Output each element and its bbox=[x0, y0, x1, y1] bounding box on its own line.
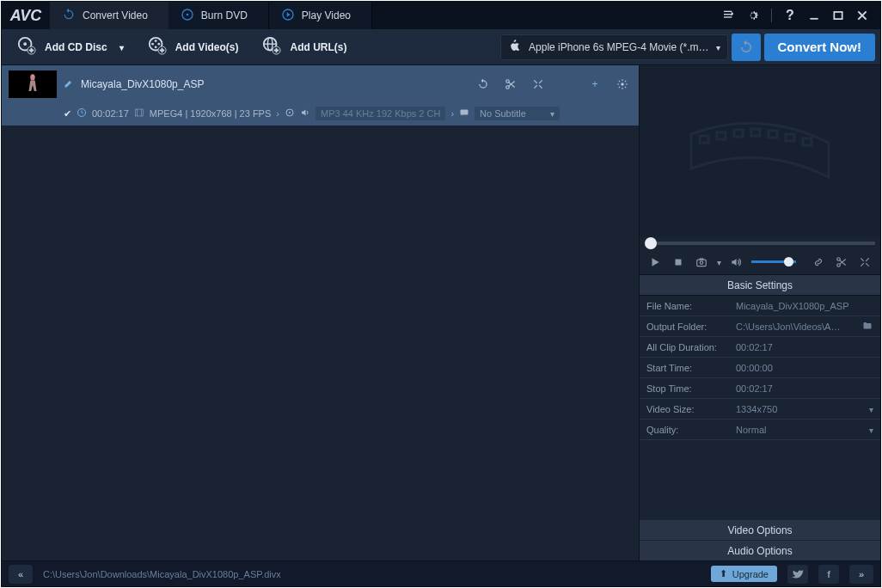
svg-rect-28 bbox=[461, 110, 469, 115]
file-name: Micayala_DivX1080p_ASP bbox=[81, 78, 467, 90]
twitter-button[interactable] bbox=[787, 565, 808, 584]
tools-icon[interactable] bbox=[529, 75, 548, 94]
folder-icon[interactable] bbox=[861, 321, 873, 333]
subtitle-select[interactable]: No Subtitle bbox=[475, 107, 560, 120]
svg-point-12 bbox=[154, 40, 156, 42]
refresh-icon[interactable] bbox=[474, 75, 493, 94]
maximize-icon[interactable] bbox=[829, 6, 848, 25]
prop-value[interactable]: Micayala_DivX1080p_ASP bbox=[736, 301, 880, 311]
check-icon[interactable]: ✔ bbox=[64, 108, 71, 119]
file-audio-info[interactable]: MP3 44 KHz 192 Kbps 2 CH bbox=[315, 107, 445, 120]
subtitle-icon bbox=[459, 107, 469, 119]
quality-select[interactable]: Normal bbox=[736, 425, 880, 435]
options-icon[interactable] bbox=[720, 6, 738, 25]
convert-now-button[interactable]: Convert Now! bbox=[764, 34, 876, 61]
svg-rect-36 bbox=[675, 259, 681, 265]
prop-video-size: Video Size: 1334x750 bbox=[640, 399, 880, 420]
thumbnail bbox=[9, 70, 57, 98]
app-logo: AVC bbox=[2, 2, 50, 29]
svg-rect-25 bbox=[135, 109, 143, 116]
tab-convert-video[interactable]: Convert Video bbox=[50, 2, 168, 29]
facebook-button[interactable]: f bbox=[818, 565, 839, 584]
file-list-panel: Micayala_DivX1080p_ASP + ✔ 00:02:17 bbox=[2, 65, 640, 560]
chevron-down-icon[interactable] bbox=[717, 256, 721, 268]
chevron-right-icon[interactable]: › bbox=[276, 108, 279, 119]
link-icon[interactable] bbox=[810, 253, 826, 272]
apple-icon bbox=[508, 39, 522, 55]
svg-point-23 bbox=[621, 83, 624, 86]
toolbar: Add CD Disc Add Video(s) Add URL(s) Appl… bbox=[2, 29, 880, 65]
stop-icon[interactable] bbox=[670, 253, 686, 272]
film-icon bbox=[134, 107, 144, 119]
svg-rect-6 bbox=[810, 18, 818, 20]
disc-icon bbox=[285, 107, 295, 119]
seek-bar[interactable] bbox=[640, 237, 880, 249]
svg-rect-37 bbox=[697, 260, 707, 266]
refresh-button[interactable] bbox=[732, 34, 761, 61]
tab-burn-dvd[interactable]: Burn DVD bbox=[168, 2, 269, 29]
pencil-icon[interactable] bbox=[64, 78, 74, 91]
tools-icon[interactable] bbox=[857, 253, 873, 272]
subtitle-value: No Subtitle bbox=[480, 108, 526, 119]
volume-icon[interactable] bbox=[728, 253, 744, 272]
gear-icon[interactable] bbox=[613, 75, 632, 94]
help-icon[interactable]: ? bbox=[781, 6, 799, 25]
globe-add-icon bbox=[262, 36, 281, 58]
plus-icon[interactable]: + bbox=[585, 75, 604, 94]
prop-filename: File Name: Micayala_DivX1080p_ASP bbox=[640, 296, 880, 316]
add-cd-disc-button[interactable]: Add CD Disc bbox=[7, 34, 134, 60]
tab-label: Play Video bbox=[302, 9, 351, 21]
prop-value[interactable]: 00:02:17 bbox=[736, 383, 880, 394]
video-options-button[interactable]: Video Options bbox=[640, 519, 880, 540]
scissors-icon[interactable] bbox=[834, 253, 850, 272]
status-path: C:\Users\Jon\Downloads\Micayala_DivX1080… bbox=[43, 569, 281, 579]
preview-area bbox=[640, 65, 880, 237]
minimize-icon[interactable] bbox=[805, 6, 824, 25]
svg-point-20 bbox=[30, 74, 34, 80]
add-urls-button[interactable]: Add URL(s) bbox=[252, 34, 357, 60]
expand-right-button[interactable]: » bbox=[849, 565, 873, 584]
profile-label: Apple iPhone 6s MPEG-4 Movie (*.m… bbox=[529, 41, 708, 53]
chevron-down-icon bbox=[550, 108, 554, 119]
prop-value: 00:02:17 bbox=[736, 342, 880, 352]
chevron-right-icon[interactable]: › bbox=[450, 108, 454, 119]
audio-options-button[interactable]: Audio Options bbox=[640, 540, 880, 560]
tab-label: Convert Video bbox=[83, 9, 148, 21]
svg-rect-31 bbox=[734, 130, 743, 137]
svg-rect-39 bbox=[700, 258, 704, 260]
refresh-icon bbox=[62, 8, 76, 24]
svg-rect-29 bbox=[700, 136, 708, 143]
gear-icon[interactable] bbox=[744, 6, 763, 25]
button-label: Add CD Disc bbox=[45, 41, 107, 53]
svg-rect-35 bbox=[803, 138, 812, 145]
chevron-down-icon bbox=[119, 41, 124, 53]
prop-label: File Name: bbox=[640, 301, 736, 311]
prop-value[interactable]: 00:00:00 bbox=[736, 363, 880, 373]
add-videos-button[interactable]: Add Video(s) bbox=[138, 34, 249, 60]
svg-rect-5 bbox=[724, 16, 732, 17]
output-profile-select[interactable]: Apple iPhone 6s MPEG-4 Movie (*.m… bbox=[500, 34, 727, 60]
close-icon[interactable] bbox=[853, 6, 872, 25]
volume-slider[interactable] bbox=[751, 260, 796, 263]
upgrade-label: Upgrade bbox=[732, 569, 769, 579]
chevron-down-icon bbox=[716, 41, 720, 53]
upgrade-button[interactable]: ⬆ Upgrade bbox=[711, 566, 777, 582]
video-size-select[interactable]: 1334x750 bbox=[736, 404, 880, 414]
camera-icon[interactable] bbox=[693, 253, 709, 272]
prop-label: Stop Time: bbox=[640, 383, 736, 394]
play-icon[interactable] bbox=[646, 253, 663, 272]
tab-label: Burn DVD bbox=[201, 9, 248, 21]
svg-point-14 bbox=[151, 43, 154, 46]
clock-icon bbox=[77, 107, 87, 119]
file-list-empty bbox=[2, 126, 639, 560]
filmstrip-icon bbox=[674, 100, 846, 203]
scissors-icon[interactable] bbox=[501, 75, 520, 94]
file-row[interactable]: Micayala_DivX1080p_ASP + ✔ 00:02:17 bbox=[2, 65, 639, 126]
svg-rect-33 bbox=[769, 131, 777, 138]
svg-point-13 bbox=[157, 43, 160, 46]
tab-play-video[interactable]: Play Video bbox=[269, 2, 372, 29]
prop-label: Quality: bbox=[640, 425, 736, 435]
collapse-left-button[interactable]: « bbox=[9, 565, 33, 584]
prop-value[interactable]: C:\Users\Jon\Videos\A… bbox=[736, 321, 880, 333]
svg-point-15 bbox=[154, 46, 156, 48]
